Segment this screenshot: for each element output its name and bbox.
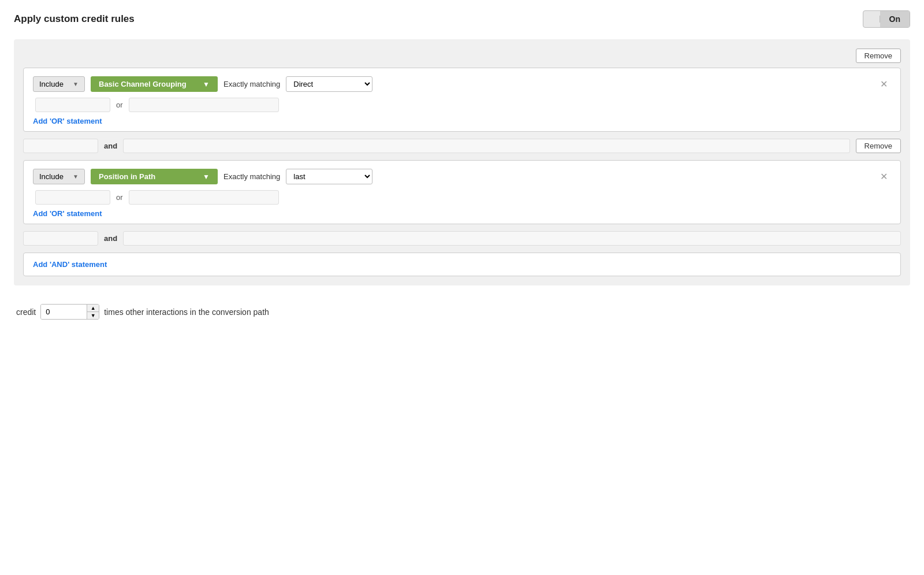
include-arrow-2: ▼ <box>73 173 79 180</box>
and-input-left-2[interactable] <box>23 231 98 246</box>
toggle-switch[interactable]: On <box>863 10 910 28</box>
condition-row-1: Include ▼ Basic Channel Grouping ▼ Exact… <box>33 76 891 92</box>
include-label-1: Include <box>39 80 64 88</box>
or-row-2: or <box>33 190 891 205</box>
and-label-1: and <box>104 142 117 150</box>
credit-spinners: ▲ ▼ <box>87 305 99 319</box>
include-button-2[interactable]: Include ▼ <box>33 169 85 184</box>
credit-spinner-down[interactable]: ▼ <box>87 312 99 319</box>
dimension-label-1: Basic Channel Grouping <box>99 80 187 88</box>
condition-main-controls-1: Include ▼ Basic Channel Grouping ▼ Exact… <box>33 76 877 92</box>
or-input-left-1[interactable] <box>35 98 110 112</box>
dimension-arrow-1: ▼ <box>203 80 210 88</box>
toggle-on-label: On <box>880 11 910 27</box>
or-input-right-1[interactable] <box>129 98 279 112</box>
main-area: Remove Include ▼ Basic Channel Grouping … <box>14 39 910 285</box>
or-label-1: or <box>116 101 123 109</box>
condition-row-end-2: Include ▼ Position in Path ▼ Exactly mat… <box>33 169 891 184</box>
credit-label: credit <box>16 307 36 317</box>
dimension-dropdown-1[interactable]: Basic Channel Grouping ▼ <box>91 76 218 92</box>
page-header: Apply custom credit rules On <box>14 10 910 28</box>
include-button-1[interactable]: Include ▼ <box>33 76 85 92</box>
credit-section: credit ▲ ▼ times other interactions in t… <box>14 304 910 320</box>
add-or-link-2[interactable]: Add 'OR' statement <box>33 207 102 220</box>
include-arrow-1: ▼ <box>73 81 79 87</box>
condition-main-controls-2: Include ▼ Position in Path ▼ Exactly mat… <box>33 169 877 184</box>
matching-label-2: Exactly matching <box>223 172 280 181</box>
close-button-1[interactable]: ✕ <box>877 79 891 90</box>
close-button-2[interactable]: ✕ <box>877 171 891 183</box>
remove-button-2[interactable]: Remove <box>856 139 901 153</box>
dimension-dropdown-2[interactable]: Position in Path ▼ <box>91 169 218 184</box>
or-row-1: or <box>33 98 891 112</box>
and-input-right-1[interactable] <box>123 139 850 153</box>
add-and-section: Add 'AND' statement <box>23 253 901 276</box>
value-select-2[interactable]: last first middle <box>286 169 372 184</box>
or-input-left-2[interactable] <box>35 190 110 205</box>
include-label-2: Include <box>39 172 64 181</box>
add-or-link-1[interactable]: Add 'OR' statement <box>33 114 102 128</box>
matching-label-1: Exactly matching <box>223 80 280 88</box>
credit-spinner-up[interactable]: ▲ <box>87 305 99 311</box>
remove-button-top[interactable]: Remove <box>856 49 901 63</box>
credit-times-text: times other interactions in the conversi… <box>104 307 269 317</box>
credit-input[interactable] <box>41 305 87 319</box>
remove-bar-top: Remove <box>23 49 901 63</box>
condition-row-end-1: Include ▼ Basic Channel Grouping ▼ Exact… <box>33 76 891 92</box>
page-title: Apply custom credit rules <box>14 13 135 25</box>
condition-block-2: Include ▼ Position in Path ▼ Exactly mat… <box>23 160 901 224</box>
and-input-right-2[interactable] <box>123 231 901 246</box>
condition-block-1: Include ▼ Basic Channel Grouping ▼ Exact… <box>23 68 901 132</box>
add-and-link[interactable]: Add 'AND' statement <box>33 258 107 271</box>
dimension-arrow-2: ▼ <box>203 173 210 181</box>
toggle-off-label <box>863 16 880 23</box>
dimension-label-2: Position in Path <box>99 172 155 181</box>
or-label-2: or <box>116 193 123 202</box>
value-select-1[interactable]: Direct Organic Search Paid Search Referr… <box>286 76 372 92</box>
page-container: Apply custom credit rules On Remove Incl… <box>0 0 924 330</box>
condition-row-2: Include ▼ Position in Path ▼ Exactly mat… <box>33 169 891 184</box>
and-connector-2: and <box>23 231 901 246</box>
credit-input-wrapper: ▲ ▼ <box>40 304 99 320</box>
or-input-right-2[interactable] <box>129 190 279 205</box>
and-connector-1: and Remove <box>23 139 901 153</box>
and-label-2: and <box>104 234 117 243</box>
and-input-left-1[interactable] <box>23 139 98 153</box>
